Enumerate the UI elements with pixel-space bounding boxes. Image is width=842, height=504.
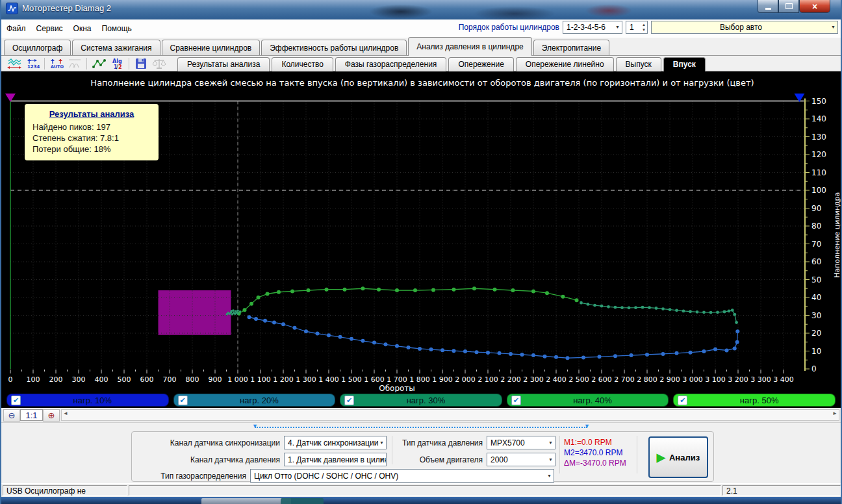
horizontal-scrollbar[interactable]: ◄ ►	[61, 409, 839, 421]
analyze-button-label: Анализ	[669, 453, 700, 462]
auto-markers-icon[interactable]: AUTO	[47, 56, 66, 71]
svg-text:1 700: 1 700	[387, 375, 407, 384]
zoom-controls-row: ⊖ 1:1 ⊕ ◄ ►	[1, 408, 841, 423]
m2-readout: M2=3470.0 RPM	[564, 447, 626, 458]
menu-items: ФайлСервисОкнаПомощь	[1, 21, 137, 36]
valvetrain-select[interactable]: Цикл Отто (DOHC / SOHC / OHC / OHV)▼	[250, 469, 554, 483]
menu-help[interactable]: Помощь	[97, 21, 137, 36]
slider-right-thumb-icon[interactable]: ▼	[584, 423, 590, 429]
svg-text:1234: 1234	[27, 64, 40, 69]
svg-text:2 400: 2 400	[546, 375, 567, 384]
svg-text:2 100: 2 100	[478, 375, 498, 384]
load-legend-bar: ✔нагр. 10%✔нагр. 20%✔нагр. 30%✔нагр. 40%…	[1, 392, 841, 408]
svg-text:3 200: 3 200	[728, 375, 748, 384]
firing-order-select[interactable]: 1-2-3-4-5-6 ▼	[563, 21, 622, 34]
sensor-type-select[interactable]: MPX5700▼	[487, 436, 555, 449]
engine-volume-value: 2000	[491, 455, 508, 464]
svg-text:110: 110	[811, 168, 826, 177]
toolbar-separator	[86, 58, 87, 69]
legend-label: нагр. 20%	[188, 396, 331, 405]
svg-text:150: 150	[811, 97, 826, 106]
svg-text:1 000: 1 000	[227, 375, 248, 384]
chevron-down-icon: ▼	[379, 457, 384, 462]
title-bar[interactable]: Мотортестер Diamag 2 ×	[1, 0, 841, 19]
svg-text:120: 120	[811, 150, 826, 159]
tab-cylinder-comparison[interactable]: Сравнение цилиндров	[162, 40, 261, 55]
subtab-analysis-results[interactable]: Результаты анализа	[177, 57, 270, 71]
zoom-scale-value: 1:1	[20, 409, 43, 421]
subtab-intake[interactable]: Впуск	[663, 57, 706, 71]
subtab-advance-linear[interactable]: Опережение линейно	[516, 57, 614, 71]
svg-text:60: 60	[811, 257, 821, 266]
svg-text:3 000: 3 000	[682, 375, 703, 384]
subtab-valve-timing[interactable]: Фазы газораспределения	[335, 57, 447, 71]
spinner-arrows-icon[interactable]: ▲▼	[641, 21, 646, 33]
tab-pressure-analysis[interactable]: Анализ давления в цилиндре	[408, 37, 531, 56]
scroll-right-icon[interactable]: ►	[832, 410, 837, 416]
menu-file[interactable]: Файл	[1, 21, 31, 36]
app-icon	[6, 3, 18, 14]
chevron-down-icon: ▼	[615, 25, 620, 29]
legend-load-10[interactable]: ✔нагр. 10%	[6, 394, 169, 407]
spectrum-icon[interactable]	[66, 56, 84, 71]
status-empty	[129, 485, 721, 496]
svg-text:300: 300	[72, 375, 86, 384]
tab-cylinder-efficiency[interactable]: Эффективность работы цилиндров	[261, 40, 407, 55]
maximize-button[interactable]	[778, 0, 799, 13]
legend-load-40[interactable]: ✔нагр. 40%	[507, 394, 669, 407]
legend-label: нагр. 10%	[21, 396, 164, 405]
sync-channel-select[interactable]: 4. Датчик синхронизации▼	[284, 436, 387, 449]
analyze-button[interactable]: ▶ Анализ	[648, 436, 708, 478]
legend-load-30[interactable]: ✔нагр. 30%	[340, 394, 502, 407]
status-bar: USB Осциллограф не подключен 2.1	[1, 483, 841, 498]
tab-power-supply[interactable]: Электропитание	[533, 40, 609, 55]
svg-text:2: 2	[118, 64, 122, 69]
slider-left-thumb-icon[interactable]: ▼	[252, 423, 258, 429]
legend-load-20[interactable]: ✔нагр. 20%	[173, 394, 336, 407]
minimize-button[interactable]	[758, 0, 778, 13]
save-icon[interactable]	[132, 56, 150, 71]
svg-text:1 200: 1 200	[273, 375, 294, 384]
engine-volume-select[interactable]: 2000▼	[487, 453, 555, 466]
windows-taskbar[interactable]	[1, 497, 841, 504]
pressure-channel-select[interactable]: 1. Датчик давления в цилиндре▼	[284, 453, 387, 466]
markers-1234-icon[interactable]: 1234	[23, 56, 42, 71]
results-title: Результаты анализа	[32, 109, 151, 119]
menu-windows[interactable]: Окна	[68, 21, 97, 36]
svg-text:2 800: 2 800	[637, 375, 657, 384]
zoom-in-button[interactable]: ⊕	[43, 409, 60, 422]
svg-text:Alg: Alg	[112, 58, 122, 64]
svg-text:40: 40	[811, 293, 821, 302]
sync-settings-icon[interactable]	[5, 56, 23, 71]
taskbar-window-button[interactable]	[281, 498, 324, 504]
car-select[interactable]: Выбор авто ▼	[651, 21, 838, 34]
svg-text:1 300: 1 300	[296, 375, 316, 384]
scroll-left-icon[interactable]: ◄	[63, 410, 68, 416]
taskbar-window-button[interactable]	[201, 498, 291, 504]
line-style-icon[interactable]	[90, 56, 108, 71]
svg-text:50: 50	[811, 275, 821, 284]
subtab-exhaust[interactable]: Выпуск	[616, 57, 661, 71]
close-button[interactable]: ×	[799, 0, 830, 13]
subtab-advance[interactable]: Опережение	[448, 57, 513, 71]
legend-checkbox[interactable]: ✔	[11, 396, 21, 405]
algorithm-half-icon[interactable]: Alg1/2	[108, 56, 126, 71]
subtab-quantity[interactable]: Количество	[272, 57, 333, 71]
legend-checkbox[interactable]: ✔	[511, 396, 521, 405]
scales-icon[interactable]	[150, 56, 168, 71]
legend-load-50[interactable]: ✔нагр. 50%	[673, 394, 836, 407]
header-controls: Порядок работы цилиндров 1-2-3-4-5-6 ▼ 1…	[459, 21, 838, 34]
tab-oscilloscope[interactable]: Осциллограф	[4, 40, 71, 55]
legend-checkbox[interactable]: ✔	[678, 396, 687, 405]
cylinder-number-spinner[interactable]: 1 ▲▼	[626, 21, 648, 34]
legend-checkbox[interactable]: ✔	[344, 396, 354, 405]
chart-area[interactable]: 01002003004005006007008009001 0001 1001 …	[1, 71, 842, 392]
zoom-out-button[interactable]: ⊖	[3, 409, 20, 422]
svg-text:2 900: 2 900	[659, 375, 680, 384]
menu-service[interactable]: Сервис	[31, 21, 68, 36]
tab-ignition-system[interactable]: Система зажигания	[72, 40, 160, 55]
legend-checkbox[interactable]: ✔	[178, 396, 188, 405]
toolbar-separator	[44, 58, 45, 69]
status-version: 2.1	[722, 485, 841, 496]
range-slider[interactable]: ▼ ▼	[255, 427, 587, 428]
